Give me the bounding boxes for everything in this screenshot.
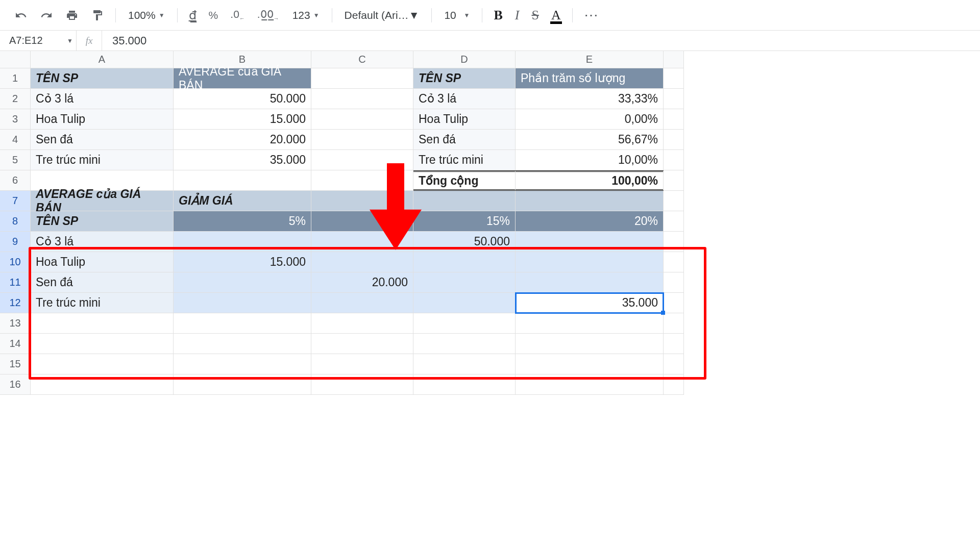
- cell-f13[interactable]: [664, 313, 684, 334]
- row-header-13[interactable]: 13: [0, 313, 31, 334]
- select-all-corner[interactable]: [0, 51, 31, 68]
- cell-b9[interactable]: [174, 232, 311, 252]
- row-header-1[interactable]: 1: [0, 68, 31, 89]
- cell-b4[interactable]: 20.000: [174, 130, 311, 150]
- cell-c16[interactable]: [311, 374, 413, 395]
- paint-format-button[interactable]: [87, 5, 108, 26]
- cell-f1[interactable]: [664, 68, 684, 89]
- cell-b2[interactable]: 50.000: [174, 89, 311, 109]
- cell-d11[interactable]: [413, 272, 516, 293]
- cell-c9[interactable]: [311, 232, 413, 252]
- cell-d9[interactable]: 50.000: [413, 232, 516, 252]
- cell-a14[interactable]: [31, 334, 174, 354]
- cell-f9[interactable]: [664, 232, 684, 252]
- number-format-dropdown[interactable]: 123▼: [287, 6, 325, 24]
- cell-e3[interactable]: 0,00%: [516, 109, 664, 130]
- cell-b5[interactable]: 35.000: [174, 150, 311, 170]
- cell-d8[interactable]: 15%: [413, 211, 516, 232]
- cell-c8[interactable]: 10%: [311, 211, 413, 232]
- font-dropdown[interactable]: Default (Ari…▼: [339, 6, 425, 24]
- col-header-c[interactable]: C: [311, 51, 413, 68]
- cell-d2[interactable]: Cỏ 3 lá: [413, 89, 516, 109]
- cell-b11[interactable]: [174, 272, 311, 293]
- italic-button[interactable]: I: [511, 8, 524, 23]
- cell-f10[interactable]: [664, 252, 684, 272]
- cell-e8[interactable]: 20%: [516, 211, 664, 232]
- cell-d16[interactable]: [413, 374, 516, 395]
- cell-c14[interactable]: [311, 334, 413, 354]
- cell-d3[interactable]: Hoa Tulip: [413, 109, 516, 130]
- col-header-e[interactable]: E: [516, 51, 664, 68]
- zoom-dropdown[interactable]: 100%▼: [123, 6, 170, 24]
- cell-d15[interactable]: [413, 354, 516, 374]
- cell-c11[interactable]: 20.000: [311, 272, 413, 293]
- cell-b15[interactable]: [174, 354, 311, 374]
- cell-c4[interactable]: [311, 130, 413, 150]
- cell-c3[interactable]: [311, 109, 413, 130]
- cell-a13[interactable]: [31, 313, 174, 334]
- row-header-3[interactable]: 3: [0, 109, 31, 130]
- format-currency-button[interactable]: đ̲: [185, 8, 201, 22]
- cell-a12[interactable]: Tre trúc mini: [31, 293, 174, 313]
- row-header-12[interactable]: 12: [0, 293, 31, 313]
- cell-a16[interactable]: [31, 374, 174, 395]
- cell-f4[interactable]: [664, 130, 684, 150]
- cell-c1[interactable]: [311, 68, 413, 89]
- cell-b14[interactable]: [174, 334, 311, 354]
- cell-a4[interactable]: Sen đá: [31, 130, 174, 150]
- col-header-a[interactable]: A: [31, 51, 174, 68]
- cell-f2[interactable]: [664, 89, 684, 109]
- row-header-8[interactable]: 8: [0, 211, 31, 232]
- spreadsheet-grid[interactable]: A B C D E 1 TÊN SP AVERAGE của GIÁ BÁN T…: [0, 51, 980, 395]
- cell-d10[interactable]: [413, 252, 516, 272]
- row-header-16[interactable]: 16: [0, 374, 31, 395]
- cell-e7[interactable]: [516, 191, 664, 211]
- cell-a15[interactable]: [31, 354, 174, 374]
- row-header-6[interactable]: 6: [0, 170, 31, 191]
- font-size-dropdown[interactable]: 10▼: [439, 6, 475, 24]
- cell-a8[interactable]: TÊN SP: [31, 211, 174, 232]
- cell-d7[interactable]: [413, 191, 516, 211]
- cell-a2[interactable]: Cỏ 3 lá: [31, 89, 174, 109]
- row-header-5[interactable]: 5: [0, 150, 31, 170]
- row-header-15[interactable]: 15: [0, 354, 31, 374]
- cell-f3[interactable]: [664, 109, 684, 130]
- row-header-9[interactable]: 9: [0, 232, 31, 252]
- cell-e6[interactable]: 100,00%: [516, 170, 664, 191]
- cell-c15[interactable]: [311, 354, 413, 374]
- cell-a3[interactable]: Hoa Tulip: [31, 109, 174, 130]
- cell-f11[interactable]: [664, 272, 684, 293]
- cell-a7[interactable]: AVERAGE của GIÁ BÁN: [31, 191, 174, 211]
- cell-b3[interactable]: 15.000: [174, 109, 311, 130]
- cell-e16[interactable]: [516, 374, 664, 395]
- cell-a11[interactable]: Sen đá: [31, 272, 174, 293]
- cell-a10[interactable]: Hoa Tulip: [31, 252, 174, 272]
- col-header-d[interactable]: D: [413, 51, 516, 68]
- cell-e9[interactable]: [516, 232, 664, 252]
- cell-c2[interactable]: [311, 89, 413, 109]
- row-header-14[interactable]: 14: [0, 334, 31, 354]
- cell-c6[interactable]: [311, 170, 413, 191]
- cell-f6[interactable]: [664, 170, 684, 191]
- decrease-decimal-button[interactable]: .0←: [226, 8, 249, 21]
- text-color-button[interactable]: A: [547, 8, 565, 23]
- print-button[interactable]: [61, 5, 83, 26]
- cell-b12[interactable]: [174, 293, 311, 313]
- cell-c13[interactable]: [311, 313, 413, 334]
- cell-a9[interactable]: Cỏ 3 lá: [31, 232, 174, 252]
- cell-f7[interactable]: [664, 191, 684, 211]
- row-header-10[interactable]: 10: [0, 252, 31, 272]
- undo-button[interactable]: [10, 5, 32, 26]
- cell-b10[interactable]: 15.000: [174, 252, 311, 272]
- cell-d5[interactable]: Tre trúc mini: [413, 150, 516, 170]
- format-percent-button[interactable]: %: [205, 9, 223, 21]
- cell-d4[interactable]: Sen đá: [413, 130, 516, 150]
- cell-c10[interactable]: [311, 252, 413, 272]
- cell-e13[interactable]: [516, 313, 664, 334]
- cell-e14[interactable]: [516, 334, 664, 354]
- fill-handle[interactable]: [661, 311, 665, 315]
- cell-e5[interactable]: 10,00%: [516, 150, 664, 170]
- cell-f5[interactable]: [664, 150, 684, 170]
- cell-f15[interactable]: [664, 354, 684, 374]
- cell-b13[interactable]: [174, 313, 311, 334]
